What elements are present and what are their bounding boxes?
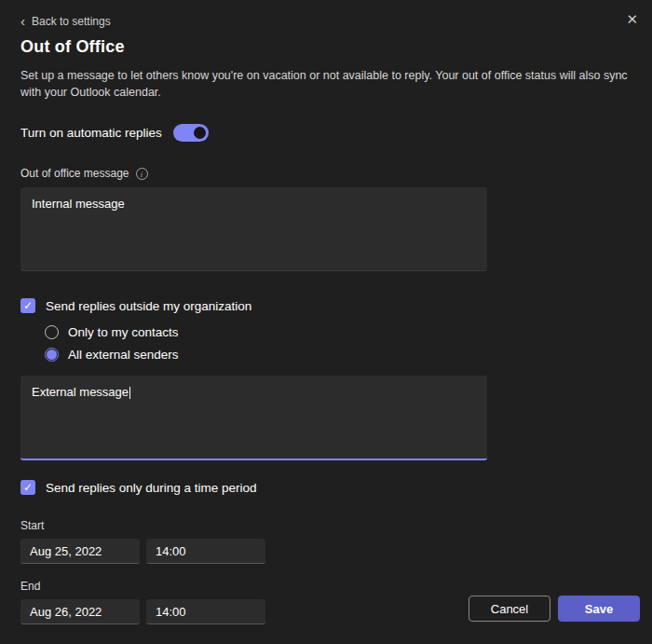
checkbox-checked-icon[interactable]: ✓	[20, 480, 35, 495]
internal-message-text: Internal message	[32, 197, 125, 211]
automatic-replies-toggle[interactable]	[173, 124, 209, 142]
end-label: End	[20, 580, 632, 593]
page-description: Set up a message to let others know you'…	[20, 67, 632, 101]
back-to-settings-link[interactable]: ‹ Back to settings	[20, 15, 111, 28]
footer-actions: Cancel Save	[469, 596, 640, 622]
back-to-settings-label: Back to settings	[32, 15, 111, 28]
save-button[interactable]: Save	[558, 596, 640, 622]
chevron-left-icon: ‹	[20, 17, 25, 26]
page-title: Out of Office	[20, 37, 632, 57]
internal-message-label: Out of office message	[20, 167, 129, 180]
cancel-button[interactable]: Cancel	[469, 596, 550, 622]
outside-organization-checkbox-row[interactable]: ✓ Send replies outside my organization	[20, 298, 632, 313]
toggle-knob	[194, 127, 206, 139]
radio-only-contacts[interactable]: Only to my contacts	[45, 325, 632, 339]
info-icon: i	[136, 168, 148, 180]
radio-unselected-icon[interactable]	[45, 325, 59, 339]
radio-all-external-senders[interactable]: All external senders	[45, 348, 632, 362]
time-period-checkbox-row[interactable]: ✓ Send replies only during a time period	[20, 480, 632, 495]
external-message-text: External message	[32, 385, 129, 399]
automatic-replies-row: Turn on automatic replies	[20, 124, 632, 142]
external-message-textarea[interactable]: External message	[20, 376, 487, 460]
internal-message-textarea[interactable]: Internal message	[20, 187, 487, 271]
start-label: Start	[20, 519, 632, 532]
time-period-label: Send replies only during a time period	[46, 481, 257, 495]
checkbox-checked-icon[interactable]: ✓	[20, 298, 35, 313]
radio-all-external-senders-label: All external senders	[68, 348, 179, 362]
start-row	[20, 539, 632, 564]
radio-only-contacts-label: Only to my contacts	[68, 325, 179, 339]
end-date-input[interactable]	[20, 599, 140, 624]
radio-selected-icon[interactable]	[45, 348, 59, 362]
start-time-input[interactable]	[146, 539, 265, 564]
automatic-replies-label: Turn on automatic replies	[20, 126, 162, 140]
out-of-office-dialog: ‹ Back to settings ✕ Out of Office Set u…	[0, 0, 652, 644]
outside-organization-label: Send replies outside my organization	[46, 299, 251, 313]
text-cursor	[129, 387, 130, 399]
end-time-input[interactable]	[146, 599, 265, 624]
start-date-input[interactable]	[20, 539, 140, 564]
internal-message-label-row: Out of office message i	[20, 167, 632, 180]
close-icon[interactable]: ✕	[626, 12, 638, 26]
